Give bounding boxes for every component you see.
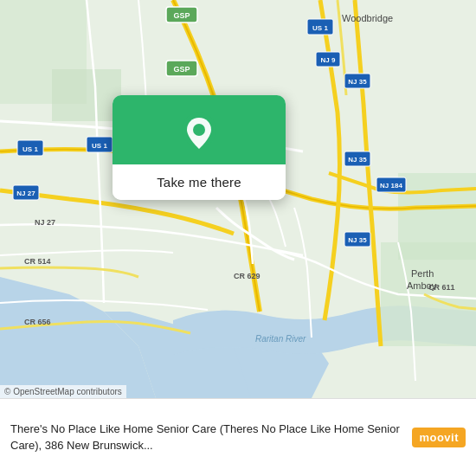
info-panel: There's No Place Like Home Senior Care (… — [0, 398, 476, 476]
moovit-badge: moovit — [412, 428, 466, 447]
svg-text:NJ 35: NJ 35 — [348, 156, 367, 164]
svg-text:Amboy: Amboy — [407, 280, 437, 291]
svg-text:GSP: GSP — [173, 11, 190, 20]
svg-text:CR 514: CR 514 — [24, 257, 51, 266]
svg-text:NJ 27: NJ 27 — [16, 190, 35, 197]
svg-text:US 1: US 1 — [92, 142, 107, 150]
svg-rect-7 — [398, 173, 476, 260]
map-container: GSP GSP US 1 US 1 US 1 NJ 9 NJ 35 NJ 35 … — [0, 0, 476, 398]
map-copyright: © OpenStreetMap contributors — [0, 385, 126, 398]
svg-point-40 — [193, 124, 205, 136]
svg-text:US 1: US 1 — [312, 24, 328, 32]
svg-text:Raritan River: Raritan River — [255, 334, 306, 344]
popup-pin-area — [113, 95, 286, 164]
svg-text:CR 656: CR 656 — [24, 318, 51, 326]
svg-text:NJ 27: NJ 27 — [35, 218, 55, 227]
take-me-there-button[interactable]: Take me there — [113, 164, 286, 200]
svg-text:US 1: US 1 — [23, 145, 38, 153]
svg-rect-5 — [52, 69, 121, 121]
location-pin-icon — [178, 111, 220, 152]
svg-text:NJ 35: NJ 35 — [348, 236, 367, 244]
svg-text:NJ 9: NJ 9 — [321, 56, 336, 64]
svg-text:Woodbridge: Woodbridge — [342, 13, 393, 23]
moovit-logo: moovit — [412, 428, 466, 447]
svg-text:NJ 35: NJ 35 — [348, 78, 367, 86]
location-popup: Take me there — [113, 95, 286, 200]
svg-text:GSP: GSP — [173, 65, 190, 74]
svg-text:CR 629: CR 629 — [234, 272, 261, 280]
svg-text:NJ 184: NJ 184 — [380, 182, 402, 190]
svg-text:Perth: Perth — [411, 268, 434, 279]
location-description: There's No Place Like Home Senior Care (… — [10, 421, 403, 453]
